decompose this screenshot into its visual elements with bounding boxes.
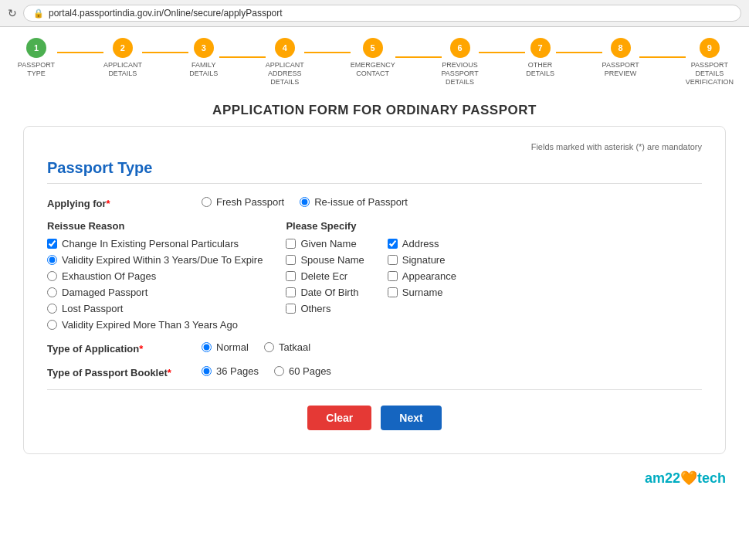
specify-col2: AddressSignatureAppearanceSurname [388,238,456,314]
specify-label-sd1: Address [402,238,439,249]
booklet-radio-1[interactable] [202,366,212,376]
reissue-radio[interactable] [300,197,310,207]
reissue-option-label-1: Change In Existing Personal Particulars [62,238,239,249]
form-card-wrapper: Fields marked with asterisk (*) are mand… [0,126,749,494]
refresh-icon[interactable]: ↻ [8,7,17,19]
reissue-right: Please Specify Given NameSpouse NameDele… [286,220,702,331]
step-circle-5: 5 [363,38,383,58]
specify-col1-item-4[interactable]: Date Of Birth [286,287,364,298]
step-line-8 [639,56,686,58]
fresh-passport-radio[interactable] [202,197,212,207]
reissue-option-label-3: Exhaustion Of Pages [62,270,156,282]
brand-tech: tech [697,470,726,486]
step-8[interactable]: 8PASSPORT PREVIEW [602,38,639,78]
specify-checkbox-sc3[interactable] [286,271,296,281]
specify-checkbox-sc1[interactable] [286,239,296,249]
booklet-option-2[interactable]: 60 Pages [274,365,331,377]
step-wrapper-8: 8PASSPORT PREVIEW [556,38,639,78]
booklet-radio-2[interactable] [274,366,284,376]
step-circle-4: 4 [275,38,295,58]
app-type-label-2: Tatkaal [279,341,310,353]
reissue-radio-2[interactable] [47,255,57,265]
step-4[interactable]: 4APPLICANT ADDRESS DETAILS [266,38,304,86]
app-type-option-1[interactable]: Normal [202,341,249,353]
step-circle-7: 7 [530,38,551,58]
specify-col1-item-1[interactable]: Given Name [286,238,364,249]
specify-label-sc1: Given Name [300,238,356,249]
url-bar[interactable]: 🔒 portal4.passportindia.gov.in/Online/se… [23,5,741,22]
step-label-1: PASSPORT TYPE [15,61,57,78]
please-specify-heading: Please Specify [286,220,702,232]
mandatory-note: Fields marked with asterisk (*) are mand… [47,142,702,151]
step-label-8: PASSPORT PREVIEW [602,61,639,78]
specify-checkbox-sd2[interactable] [388,255,398,265]
specify-checkbox-sc5[interactable] [286,304,296,314]
step-7[interactable]: 7OTHER DETAILS [525,38,556,78]
reissue-option-4[interactable]: Damaged Passport [47,287,263,298]
specify-col1-item-3[interactable]: Delete Ecr [286,270,364,282]
booklet-label-2: 60 Pages [289,365,331,377]
reissue-radio-3[interactable] [47,271,57,281]
specify-label-sc2: Spouse Name [300,254,364,266]
specify-col1-item-2[interactable]: Spouse Name [286,254,364,266]
specify-col2-item-3[interactable]: Appearance [388,270,456,282]
step-line-5 [395,56,442,58]
reissue-option-6[interactable]: Validity Expired More Than 3 Years Ago [47,319,263,331]
reissue-option[interactable]: Re-issue of Passport [300,196,408,208]
step-wrapper-3: 3FAMILY DETAILS [142,38,219,78]
reissue-radio-6[interactable] [47,320,57,330]
step-circle-2: 2 [113,38,133,58]
app-type-radio-2[interactable] [264,342,274,352]
reissue-option-label-6: Validity Expired More Than 3 Years Ago [62,319,238,331]
specify-col2-item-1[interactable]: Address [388,238,456,249]
specify-checkbox-sc4[interactable] [286,287,296,297]
lock-icon: 🔒 [33,8,44,19]
reissue-radio-4[interactable] [47,287,57,297]
specify-checkbox-sc2[interactable] [286,255,296,265]
step-line-3 [219,56,266,58]
branding: am22🧡tech [0,470,749,494]
step-2[interactable]: 2APPLICANT DETAILS [103,38,142,78]
specify-col2-item-4[interactable]: Surname [388,287,456,298]
step-line-2 [142,52,188,53]
step-line-4 [304,52,351,53]
app-type-radio-1[interactable] [202,342,212,352]
booklet-option-1[interactable]: 36 Pages [202,365,259,377]
bottom-divider [47,389,702,390]
step-wrapper-4: 4APPLICANT ADDRESS DETAILS [219,38,304,86]
reissue-option-2[interactable]: Validity Expired Within 3 Years/Due To E… [47,254,263,266]
step-5[interactable]: 5EMERGENCY CONTACT [351,38,395,78]
reissue-option-3[interactable]: Exhaustion Of Pages [47,270,263,282]
specify-checkbox-sd1[interactable] [388,239,398,249]
step-3[interactable]: 3FAMILY DETAILS [188,38,219,78]
section-divider [47,183,702,184]
app-type-label-1: Normal [216,341,249,353]
form-card: Fields marked with asterisk (*) are mand… [23,126,726,454]
reissue-option-5[interactable]: Lost Passport [47,303,263,314]
step-9[interactable]: 9PASSPORT DETAILS VERIFICATION [686,38,734,86]
app-type-option-2[interactable]: Tatkaal [264,341,310,353]
specify-col2-item-2[interactable]: Signature [388,254,456,266]
next-button[interactable]: Next [381,406,441,430]
reissue-checkbox-1[interactable] [47,239,57,249]
reissue-radio-5[interactable] [47,304,57,314]
step-6[interactable]: 6PREVIOUS PASSPORT DETAILS [442,38,479,86]
reissue-option-1[interactable]: Change In Existing Personal Particulars [47,238,263,249]
reissue-heading: Reissue Reason [47,220,263,232]
step-label-5: EMERGENCY CONTACT [351,61,395,78]
step-line-7 [556,52,602,53]
step-label-7: OTHER DETAILS [525,61,556,78]
reissue-option-label-2: Validity Expired Within 3 Years/Due To E… [62,254,263,266]
specify-checkbox-sd3[interactable] [388,271,398,281]
clear-button[interactable]: Clear [307,406,371,430]
specify-label-sd2: Signature [402,254,446,266]
progress-bar: 1PASSPORT TYPE2APPLICANT DETAILS3FAMILY … [0,27,749,92]
app-type-controls: NormalTatkaal [202,341,310,353]
booklet-type-label: Type of Passport Booklet* [47,365,202,378]
fresh-passport-option[interactable]: Fresh Passport [202,196,284,208]
step-label-2: APPLICANT DETAILS [103,61,142,78]
applying-for-row: Applying for* Fresh Passport Re-issue of… [47,196,702,209]
step-1[interactable]: 1PASSPORT TYPE [15,38,57,78]
specify-checkbox-sd4[interactable] [388,287,398,297]
specify-col1-item-5[interactable]: Others [286,303,364,314]
